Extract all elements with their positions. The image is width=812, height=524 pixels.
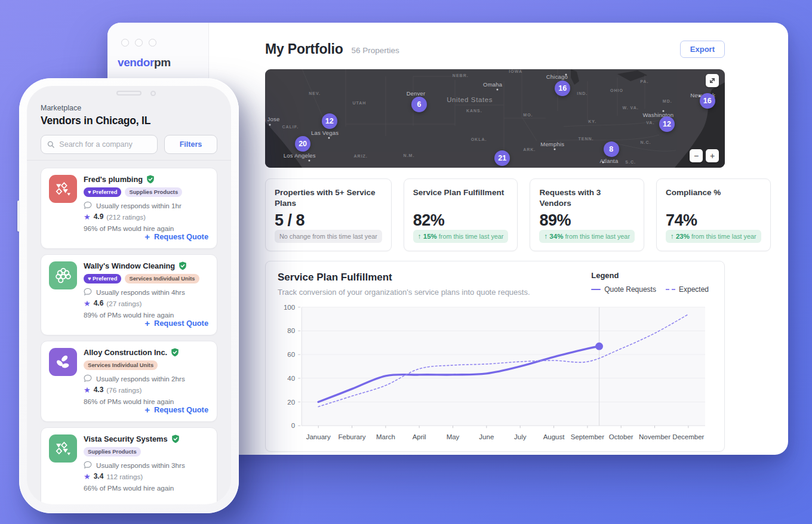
rating-count: (212 ratings) — [106, 213, 146, 221]
logo-text-pm: pm — [154, 56, 171, 69]
map-label-state: OKLA. — [471, 137, 487, 141]
vendor-logo — [49, 261, 77, 289]
request-quote-label: Request Quote — [154, 405, 208, 414]
map-label-state: N.M. — [404, 153, 415, 157]
export-button[interactable]: Export — [680, 41, 725, 58]
window-controls — [121, 39, 156, 47]
vendors-page-title: Vendors in Chicago, IL — [41, 115, 217, 127]
svg-text:January: January — [306, 433, 331, 440]
map-cluster-marker[interactable]: 8 — [604, 141, 619, 157]
map-city-dot — [328, 137, 330, 138]
vendorpm-logo: vendorpm — [118, 56, 171, 69]
stat-title: Properties with 5+ Service Plans — [275, 187, 382, 210]
stat-card: Requests with 3 Vendors 89% ↑ 34%from th… — [530, 178, 644, 251]
map-label-state: TENN. — [578, 136, 593, 140]
map-label-state: OHIO — [610, 88, 623, 92]
vendor-rating-row: ★ 4.3 (76 ratings) — [84, 386, 209, 394]
phone-screen: Marketplace Vendors in Chicago, IL Filte… — [27, 86, 231, 504]
map-city-dot — [554, 149, 556, 150]
map-city-dot — [496, 88, 498, 90]
vendor-badge-peach: Services Individual Units — [84, 360, 158, 370]
plus-icon: + — [144, 405, 150, 415]
window-control-minimize[interactable] — [135, 39, 143, 47]
svg-text:Feburary: Feburary — [339, 433, 366, 440]
map-label-state: PA. — [640, 79, 648, 83]
delta-percent: ↑ 23% — [670, 233, 690, 240]
window-control-close[interactable] — [121, 39, 129, 47]
search-box[interactable] — [41, 135, 158, 154]
vendor-badge-lavender: Supplies Products — [125, 187, 182, 197]
map-cluster-marker[interactable]: 12 — [659, 116, 675, 132]
verified-shield-icon — [171, 434, 180, 443]
chat-icon — [84, 461, 92, 469]
search-input[interactable] — [59, 140, 151, 149]
stat-title: Compliance % — [666, 187, 761, 210]
vendor-name: Fred's plumbing — [84, 175, 143, 184]
map-zoom-out-button[interactable]: − — [690, 149, 703, 162]
vendor-responds-row: Usually responds within 3hrs — [84, 461, 209, 469]
svg-text:40: 40 — [287, 375, 295, 382]
portfolio-map[interactable]: NEV.UTAHCALIF.ARIZ.N.M.KANS.NEBR.OKLA.IO… — [265, 69, 725, 168]
map-label-city: Denver — [407, 90, 426, 96]
map-cluster-marker[interactable]: 21 — [494, 150, 510, 166]
rating-value: 3.4 — [94, 472, 104, 480]
map-cluster-marker[interactable]: 16 — [700, 93, 715, 109]
map-city-dot — [662, 110, 664, 112]
vendor-card[interactable]: Vista Security Systems Supplies Products… — [41, 427, 217, 504]
map-label-state: S.C. — [625, 160, 636, 164]
map-label-state: NEBR. — [453, 73, 469, 77]
svg-text:October: October — [609, 433, 633, 440]
map-label-city: Chicago — [546, 73, 568, 79]
vendor-list: Fred's plumbing ♥ PreferredSupplies Prod… — [27, 162, 231, 504]
map-cluster-marker[interactable]: 20 — [295, 136, 310, 152]
vendor-card[interactable]: Fred's plumbing ♥ PreferredSupplies Prod… — [41, 168, 217, 249]
vendor-rating-row: ★ 4.9 (212 ratings) — [84, 212, 209, 221]
stat-cards-row: Properties with 5+ Service Plans 5 / 8 N… — [265, 178, 725, 251]
map-cluster-marker[interactable]: 6 — [411, 97, 427, 112]
rating-count: (27 ratings) — [106, 300, 142, 307]
map-city-dot — [269, 124, 270, 126]
chat-icon — [84, 374, 92, 383]
map-label-state: N.C. — [641, 140, 651, 144]
map-expand-button[interactable] — [706, 74, 719, 87]
vendor-responds-text: Usually responds within 2hrs — [96, 375, 185, 383]
stat-card: Service Plan Fulfillment 82% ↑ 15%from t… — [404, 178, 518, 251]
search-icon — [47, 140, 54, 149]
properties-count: 56 Properties — [351, 46, 399, 55]
vendor-responds-row: Usually responds within 4hrs — [84, 288, 209, 296]
window-control-expand[interactable] — [149, 39, 156, 47]
vendor-responds-row: Usually responds within 2hrs — [84, 374, 209, 383]
map-label-city: Las Vegas — [311, 129, 339, 135]
vendor-card[interactable]: Wally's Window Cleaning ♥ PreferredServi… — [41, 254, 217, 335]
rating-count: 112 ratings) — [106, 473, 143, 480]
filters-button[interactable]: Filters — [164, 135, 217, 154]
svg-text:November: November — [639, 433, 670, 440]
vendor-badges: ♥ PreferredSupplies Products — [84, 187, 209, 197]
main-content: My Portfolio 56 Properties Export — [209, 23, 788, 455]
request-quote-button[interactable]: + Request Quote — [144, 405, 208, 415]
stat-value: 89% — [539, 211, 635, 230]
map-city-dot — [565, 74, 567, 76]
vendor-badges: ♥ PreferredServices Individual Units — [84, 274, 209, 283]
star-icon: ★ — [84, 213, 91, 221]
page-header: My Portfolio 56 Properties Export — [265, 41, 725, 58]
vendor-name: Alloy Construction Inc. — [84, 348, 167, 357]
svg-text:80: 80 — [287, 327, 295, 334]
phone-mockup: Marketplace Vendors in Chicago, IL Filte… — [19, 78, 239, 513]
map-zoom-in-button[interactable]: + — [706, 149, 719, 162]
map-cluster-marker[interactable]: 12 — [322, 113, 337, 129]
svg-text:August: August — [543, 433, 565, 440]
request-quote-button[interactable]: + Request Quote — [144, 232, 208, 242]
vendor-badges: Supplies Products — [84, 447, 209, 457]
svg-text:20: 20 — [287, 399, 295, 406]
delta-percent: ↑ 34% — [544, 233, 563, 240]
vendor-responds-row: Usually responds within 1hr — [84, 201, 209, 209]
vendor-name: Wally's Window Cleaning — [84, 261, 175, 270]
stat-value: 82% — [413, 211, 509, 230]
request-quote-button[interactable]: + Request Quote — [144, 318, 208, 328]
map-cluster-marker[interactable]: 16 — [555, 81, 570, 96]
logo-text-vendor: vendor — [118, 56, 154, 69]
map-city-dot — [602, 161, 604, 163]
vendor-card[interactable]: Alloy Construction Inc. Services Individ… — [41, 341, 217, 422]
stat-title: Service Plan Fulfillment — [413, 187, 509, 210]
